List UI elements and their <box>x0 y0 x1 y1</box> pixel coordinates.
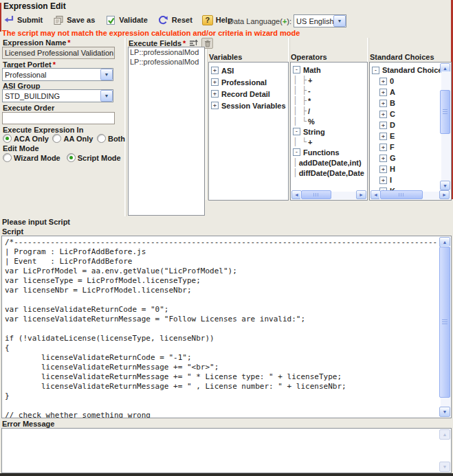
tree-node[interactable]: │ ├* <box>293 95 366 106</box>
tree-node[interactable]: -Functions <box>293 147 366 157</box>
radio-option[interactable]: ACA Only <box>3 134 49 143</box>
tree-node-label[interactable]: Record Detail <box>221 90 270 98</box>
collapse-icon[interactable]: - <box>293 66 300 73</box>
tree-node-label[interactable]: G <box>390 154 396 162</box>
execute-order-field[interactable] <box>2 112 115 124</box>
expression-name-field[interactable]: Licensed Professional Validation <box>2 47 115 59</box>
tree-node[interactable]: +Session Variables <box>211 100 287 111</box>
tree-node-label[interactable]: F <box>390 143 395 151</box>
radio-unselected-icon[interactable] <box>3 153 12 162</box>
expand-icon[interactable]: + <box>379 100 387 107</box>
variables-tree[interactable]: +ASI+Professional+Record Detail+Session … <box>208 62 289 201</box>
tree-node-label[interactable]: / <box>308 107 310 115</box>
expand-icon[interactable]: + <box>379 111 387 118</box>
radio-unselected-icon[interactable] <box>52 134 61 143</box>
tree-node-label[interactable]: diffDate(Date,Date <box>299 169 364 177</box>
radio-option[interactable]: Wizard Mode <box>3 153 60 162</box>
script-code[interactable]: /*--------------------------------------… <box>2 236 440 418</box>
expand-icon[interactable]: + <box>379 144 387 151</box>
tree-node-label[interactable]: * <box>308 97 311 105</box>
scroll-thumb[interactable] <box>380 190 423 199</box>
tree-node-label[interactable]: Functions <box>303 148 340 157</box>
expand-icon[interactable]: + <box>379 177 387 184</box>
tree-node[interactable]: +I <box>372 174 439 185</box>
radio-option[interactable]: AA Only <box>52 134 93 143</box>
tree-node-label[interactable]: 0 <box>390 77 394 85</box>
script-textarea[interactable]: /*--------------------------------------… <box>1 236 452 418</box>
tree-node[interactable]: │ └+ <box>293 137 366 147</box>
expand-icon[interactable]: + <box>379 89 387 96</box>
tree-node[interactable]: -Standard Choices <box>372 65 439 76</box>
tree-node[interactable]: │ └% <box>293 116 366 126</box>
tree-node-label[interactable]: B <box>390 99 395 107</box>
tree-node-label[interactable]: String <box>303 128 325 136</box>
target-portlet-select[interactable]: Professional ▼ <box>2 68 113 81</box>
tree-node[interactable]: │ ├/ <box>293 106 366 116</box>
expand-icon[interactable]: + <box>379 166 387 173</box>
list-item[interactable]: LP::professionalMod <box>129 57 204 67</box>
tree-node[interactable]: +F <box>372 141 439 152</box>
list-item[interactable]: LP::professionalMod <box>129 47 204 57</box>
scroll-up-button[interactable]: ▲ <box>439 429 450 440</box>
reset-button[interactable]: Reset <box>157 14 192 25</box>
scroll-thumb[interactable] <box>440 90 450 134</box>
tree-node[interactable]: +E <box>372 131 439 141</box>
expand-icon[interactable]: + <box>211 102 219 109</box>
tree-node-label[interactable]: A <box>390 88 395 96</box>
validate-button[interactable]: Validate <box>104 14 148 25</box>
tree-node[interactable]: +G <box>372 152 439 163</box>
tree-node-label[interactable]: ASI <box>221 67 234 75</box>
tree-node-label[interactable]: Math <box>303 66 321 74</box>
tree-node[interactable]: │addDate(Date,int) <box>293 157 366 168</box>
tree-node[interactable]: +H <box>372 163 439 174</box>
tree-node-label[interactable]: addDate(Date,int) <box>299 159 362 167</box>
expand-icon[interactable]: + <box>211 90 219 98</box>
collapse-icon[interactable]: - <box>372 67 379 74</box>
tree-node[interactable]: -String <box>293 126 366 137</box>
scroll-thumb[interactable] <box>301 190 331 199</box>
collapse-icon[interactable]: - <box>293 128 300 135</box>
expand-icon[interactable]: + <box>211 78 219 86</box>
scroll-right-button[interactable]: ► <box>439 190 450 199</box>
execute-fields-listbox[interactable]: LP::professionalModLP::professionalMod <box>128 47 205 216</box>
expand-icon[interactable]: + <box>379 78 387 85</box>
asi-group-select[interactable]: STD_BUILDING ▼ <box>2 89 113 102</box>
expand-icon[interactable]: + <box>211 67 219 74</box>
radio-option[interactable]: Both <box>97 134 125 143</box>
tree-node-label[interactable]: + <box>308 76 312 84</box>
tree-node[interactable]: +A <box>372 87 439 98</box>
tree-node[interactable]: +B <box>372 98 439 109</box>
tree-node[interactable]: │ ├+ <box>293 75 366 85</box>
tree-node-label[interactable]: Standard Choices <box>382 66 440 74</box>
tree-node-label[interactable]: - <box>308 87 311 95</box>
tree-node[interactable]: +Record Detail <box>211 88 287 100</box>
chevron-down-icon[interactable]: ▼ <box>100 69 113 80</box>
tree-node-label[interactable]: Session Variables <box>221 102 286 110</box>
operators-tree[interactable]: -Math│ ├+│ ├-│ ├*│ ├/│ └%-String│ └+-Fun… <box>290 62 368 201</box>
tree-node[interactable]: +D <box>372 120 439 131</box>
scroll-down-button[interactable]: ▼ <box>439 462 450 472</box>
collapse-icon[interactable]: - <box>293 148 300 156</box>
expand-icon[interactable]: + <box>379 133 387 140</box>
tree-node[interactable]: +ASI <box>211 65 287 76</box>
expand-icon[interactable]: + <box>379 155 387 162</box>
save-as-button[interactable]: Save as <box>52 14 95 25</box>
tree-node[interactable]: +C <box>372 109 439 120</box>
scroll-down-button[interactable]: ▼ <box>440 181 450 190</box>
tree-node[interactable]: +Professional <box>211 76 287 88</box>
radio-selected-icon[interactable] <box>67 153 76 162</box>
error-message-textarea[interactable]: ▲ ▼ <box>1 428 452 473</box>
chevron-down-icon[interactable]: ▼ <box>333 15 346 27</box>
scroll-right-button[interactable]: ► <box>356 190 366 199</box>
tree-node-label[interactable]: C <box>390 110 395 118</box>
tree-node[interactable]: │ ├- <box>293 85 366 95</box>
radio-selected-icon[interactable] <box>3 134 12 143</box>
tree-node[interactable]: -Math <box>293 65 366 75</box>
tree-node-label[interactable]: + <box>308 138 312 146</box>
submit-button[interactable]: Submit <box>3 14 43 25</box>
scroll-thumb[interactable] <box>439 247 450 398</box>
chevron-down-icon[interactable]: ▼ <box>100 90 113 102</box>
tree-node-label[interactable]: D <box>390 121 395 129</box>
tree-node-label[interactable]: Professional <box>221 78 267 87</box>
radio-unselected-icon[interactable] <box>97 134 106 143</box>
